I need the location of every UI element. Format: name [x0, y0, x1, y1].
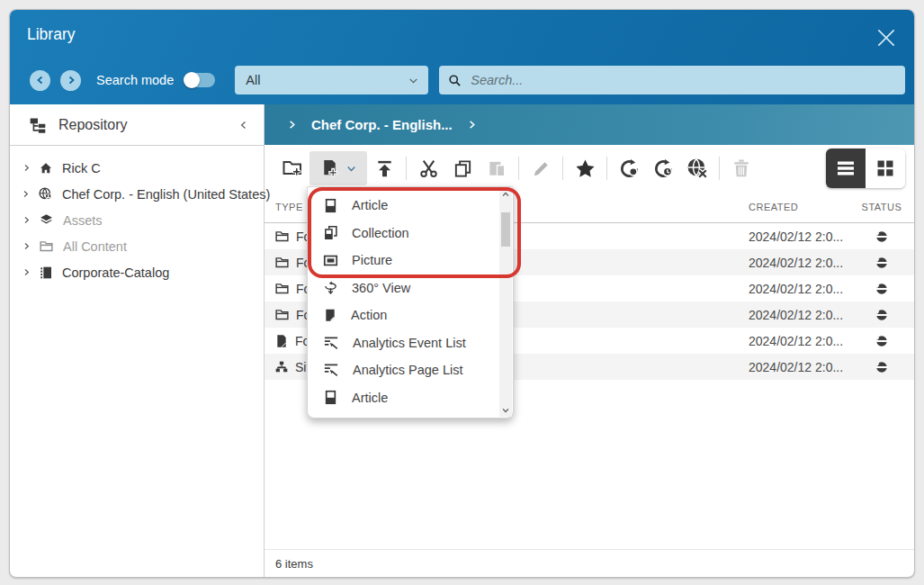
status-bar: 6 items: [265, 549, 914, 577]
upload-button[interactable]: [367, 151, 401, 185]
new-folder-button[interactable]: [275, 151, 309, 185]
withdraw-button[interactable]: [680, 151, 714, 185]
picture-icon: [323, 253, 338, 268]
header: Library Search mode All: [10, 10, 914, 104]
menu-item-action[interactable]: Action: [308, 302, 499, 329]
scroll-down-icon[interactable]: [501, 406, 510, 415]
library-window: Library Search mode All: [9, 9, 915, 578]
menu-item-analytics-event-list[interactable]: Analytics Event List: [308, 329, 499, 357]
paste-button[interactable]: [480, 151, 514, 185]
folder-icon: [39, 238, 54, 254]
globe-x-icon: [686, 157, 709, 180]
sidebar-item-chef-corp[interactable]: Chef Corp. - English (United States): [10, 181, 264, 207]
sidebar-item-rick-c[interactable]: Rick C: [10, 155, 264, 181]
edit-button[interactable]: [524, 151, 558, 185]
globe-site-icon: [38, 186, 53, 202]
breadcrumb-chevron-icon[interactable]: [287, 120, 297, 130]
repository-tree-icon: [29, 116, 47, 134]
collection-icon: [323, 225, 338, 240]
folder-icon: [274, 307, 290, 322]
scrollbar-thumb[interactable]: [501, 212, 510, 247]
item-count: 6 items: [275, 557, 313, 571]
menu-item-collection[interactable]: Collection: [308, 220, 499, 248]
sync-status-button[interactable]: [646, 151, 680, 185]
toggle-knob: [184, 72, 200, 88]
analytics-event-list-icon: [323, 335, 339, 351]
arrow-left-icon: [35, 75, 46, 86]
folder-icon: [274, 281, 290, 296]
sidebar-item-corporate-catalog[interactable]: Corporate-Catalog: [10, 259, 264, 285]
column-created[interactable]: CREATED: [749, 202, 849, 212]
forward-button[interactable]: [60, 70, 81, 91]
search-box: [439, 66, 905, 94]
collapse-chevron-icon[interactable]: [238, 120, 249, 130]
breadcrumb: Chef Corp. - English...: [265, 104, 914, 145]
new-content-button[interactable]: [309, 151, 367, 185]
breadcrumb-chevron-icon[interactable]: [467, 120, 477, 130]
published-status-icon: [875, 335, 888, 347]
sitemap-icon: [274, 360, 289, 374]
menu-item-label: Picture: [352, 253, 392, 267]
sidebar-item-label: Corporate-Catalog: [62, 266, 169, 280]
menu-item-label: Article: [352, 391, 388, 405]
back-button[interactable]: [30, 70, 50, 91]
type-filter-value: All: [246, 73, 408, 87]
published-status-icon: [875, 361, 888, 374]
new-folder-icon: [282, 158, 303, 179]
repository-tree: Rick C Chef Corp. - English (United Stat…: [10, 146, 264, 285]
sidebar-item-all-content[interactable]: All Content: [10, 233, 264, 259]
chevron-down-icon: [345, 163, 357, 175]
menu-item-analytics-page-list[interactable]: Analytics Page List: [308, 356, 499, 384]
copy-icon: [453, 158, 473, 179]
360-view-icon: [323, 280, 338, 295]
menu-item-label: 360° View: [352, 281, 410, 295]
sidebar-item-label: All Content: [63, 239, 127, 254]
sync-button[interactable]: [612, 151, 646, 185]
toolbar-separator: [606, 157, 607, 180]
catalog-icon: [39, 266, 53, 280]
menu-item-article[interactable]: Article: [308, 192, 499, 220]
paste-icon: [487, 158, 507, 179]
toolbar-separator: [406, 157, 407, 180]
sidebar-item-label: Chef Corp. - English (United States): [62, 187, 270, 202]
close-icon: [875, 26, 898, 50]
toolbar-separator: [518, 157, 519, 180]
breadcrumb-item[interactable]: Chef Corp. - English...: [311, 117, 453, 132]
cut-button[interactable]: [411, 151, 445, 185]
close-button[interactable]: [873, 24, 900, 51]
favorite-button[interactable]: [568, 151, 602, 185]
new-content-menu: Article Collection Picture 360° View Act…: [307, 186, 514, 418]
list-view-button[interactable]: [826, 148, 866, 188]
sidebar-item-label: Assets: [63, 213, 103, 228]
expand-chevron-icon: [22, 190, 30, 198]
upload-icon: [374, 158, 395, 179]
menu-scrollbar[interactable]: [499, 188, 512, 417]
scroll-up-icon[interactable]: [501, 190, 510, 199]
menu-item-label: Collection: [352, 226, 409, 240]
trash-icon: [731, 158, 752, 179]
copy-button[interactable]: [445, 151, 480, 185]
delete-button[interactable]: [724, 151, 758, 185]
chevron-down-icon: [408, 75, 419, 86]
menu-item-picture[interactable]: Picture: [308, 247, 499, 274]
document-icon: [274, 334, 289, 348]
sidebar: Repository Rick C Chef Corp. - English (…: [10, 104, 265, 577]
row-created: 2024/02/12 2:0...: [749, 360, 849, 374]
menu-item-label: Article: [352, 198, 388, 212]
sidebar-item-assets[interactable]: Assets: [10, 207, 264, 233]
type-filter-select[interactable]: All: [235, 66, 428, 94]
search-mode-toggle[interactable]: [184, 73, 215, 87]
cut-icon: [418, 158, 439, 179]
home-icon: [39, 161, 53, 176]
search-input[interactable]: [469, 72, 896, 88]
menu-item-article-2[interactable]: Article: [308, 384, 499, 412]
published-status-icon: [875, 309, 888, 321]
grid-view-button[interactable]: [866, 148, 905, 188]
menu-item-360-view[interactable]: 360° View: [308, 274, 499, 302]
pencil-icon: [531, 158, 552, 179]
menu-item-label: Analytics Event List: [353, 336, 466, 350]
search-icon: [448, 74, 462, 87]
published-status-icon: [875, 230, 888, 243]
column-status[interactable]: STATUS: [849, 202, 914, 212]
row-created: 2024/02/12 2:0...: [749, 282, 849, 296]
